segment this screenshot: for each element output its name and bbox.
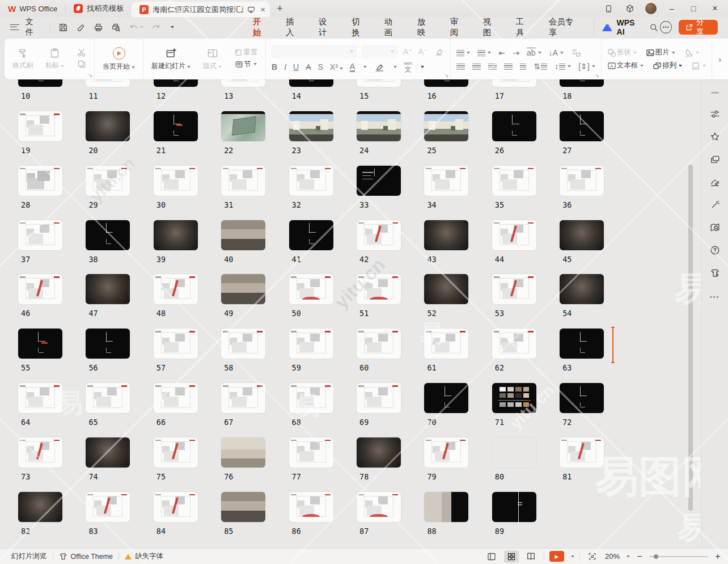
slide-thumbnail-17[interactable] bbox=[492, 79, 536, 87]
numbered-list-button[interactable] bbox=[477, 50, 491, 56]
slide-thumbnail-87[interactable] bbox=[357, 492, 401, 522]
char-border-button[interactable]: A bbox=[306, 62, 311, 71]
slide-thumbnail-68[interactable] bbox=[289, 383, 333, 413]
slide-thumbnail-16[interactable] bbox=[424, 79, 468, 87]
print-icon[interactable] bbox=[94, 23, 103, 32]
theme-indicator[interactable]: Office Theme bbox=[53, 552, 119, 561]
slide-thumbnail-69[interactable] bbox=[357, 383, 401, 413]
slide-thumbnail-11[interactable] bbox=[86, 79, 130, 87]
slide-thumbnail-77[interactable] bbox=[289, 437, 333, 468]
help-icon[interactable] bbox=[705, 239, 725, 262]
slide-thumbnail-37[interactable] bbox=[18, 220, 62, 250]
slide-thumbnail-18[interactable] bbox=[560, 79, 604, 87]
theme-skin-icon[interactable] bbox=[705, 262, 725, 284]
slide-thumbnail-73[interactable] bbox=[18, 437, 62, 468]
slide-thumbnail-12[interactable] bbox=[154, 79, 198, 87]
slide-thumbnail-53[interactable] bbox=[492, 274, 536, 304]
slide-thumbnail-15[interactable] bbox=[357, 79, 401, 87]
signature-icon[interactable] bbox=[705, 171, 725, 193]
slide-thumbnail-48[interactable] bbox=[154, 274, 198, 304]
slide-thumbnail-70[interactable] bbox=[424, 383, 468, 413]
file-menu-button[interactable]: 文件 bbox=[6, 17, 45, 37]
slide-thumbnail-63[interactable] bbox=[560, 329, 604, 359]
clipboard-dialog-launcher[interactable]: ↘ bbox=[88, 73, 92, 78]
assistant-icon[interactable]: ••• bbox=[660, 21, 672, 33]
slide-thumbnail-89[interactable] bbox=[492, 492, 536, 522]
slide-thumbnail-67[interactable] bbox=[221, 383, 265, 413]
sidebar-collapse-handle[interactable] bbox=[711, 92, 719, 94]
char-spacing-button[interactable]: ab bbox=[527, 48, 541, 57]
slide-thumbnail-81[interactable] bbox=[560, 437, 604, 468]
phonetic-guide-button[interactable]: wén文 bbox=[404, 61, 412, 73]
slide-thumbnail-79[interactable] bbox=[424, 437, 468, 468]
ribbon-expand-chevron[interactable]: › bbox=[712, 39, 727, 79]
print-preview-icon[interactable] bbox=[111, 23, 121, 32]
slide-thumbnail-26[interactable] bbox=[492, 111, 536, 141]
slide-thumbnail-72[interactable] bbox=[560, 383, 604, 413]
tab-wps-home[interactable]: W WPS Office bbox=[0, 0, 65, 17]
line-spacing-button[interactable]: ↕ bbox=[555, 62, 571, 71]
window-close-button[interactable]: × bbox=[705, 1, 725, 16]
tab-docer-templates[interactable]: 找稻壳模板 bbox=[66, 0, 132, 17]
slide-thumbnail-83[interactable] bbox=[86, 492, 130, 522]
menu-tab-审阅[interactable]: 审阅 bbox=[443, 13, 473, 41]
slide-thumbnail-60[interactable] bbox=[357, 329, 401, 359]
new-slide-button[interactable]: 新建幻灯片 bbox=[149, 48, 193, 71]
slide-thumbnail-78[interactable] bbox=[357, 437, 401, 468]
slide-thumbnail-49[interactable] bbox=[221, 274, 265, 304]
slide-thumbnail-41[interactable] bbox=[289, 220, 333, 250]
slide-thumbnail-34[interactable] bbox=[424, 166, 468, 196]
export-pdf-icon[interactable] bbox=[76, 23, 86, 32]
slide-thumbnail-46[interactable] bbox=[18, 274, 62, 304]
menu-tab-放映[interactable]: 放映 bbox=[410, 13, 441, 41]
zoom-slider[interactable] bbox=[649, 556, 708, 557]
font-dialog-launcher[interactable]: ↘ bbox=[445, 73, 449, 78]
paragraph-dialog-launcher[interactable]: ↘ bbox=[595, 73, 599, 78]
slide-thumbnail-56[interactable] bbox=[86, 329, 130, 359]
distribute-button[interactable] bbox=[520, 64, 526, 70]
menu-tab-会员专享[interactable]: 会员专享 bbox=[541, 13, 588, 41]
share-button[interactable]: 分享 bbox=[679, 20, 718, 35]
menu-tab-动画[interactable]: 动画 bbox=[377, 13, 408, 41]
strikethrough-button[interactable]: S bbox=[318, 62, 323, 71]
slide-thumbnail-42[interactable] bbox=[357, 220, 401, 250]
slide-thumbnail-21[interactable] bbox=[154, 111, 198, 141]
align-right-button[interactable] bbox=[488, 64, 497, 70]
bullet-list-button[interactable] bbox=[456, 50, 470, 56]
map-search-icon[interactable] bbox=[705, 216, 725, 239]
user-avatar[interactable] bbox=[645, 3, 657, 14]
more-tools-icon[interactable]: ••• bbox=[705, 285, 725, 308]
highlight-color-button[interactable] bbox=[374, 61, 385, 73]
slide-thumbnail-45[interactable] bbox=[560, 220, 604, 250]
font-color-button[interactable]: A bbox=[350, 62, 355, 72]
slide-thumbnail-76[interactable] bbox=[221, 437, 265, 468]
mobile-device-icon[interactable] bbox=[599, 1, 618, 16]
slide-thumbnail-29[interactable] bbox=[86, 166, 130, 196]
app-center-icon[interactable] bbox=[620, 1, 640, 16]
picture-button[interactable]: 图片 bbox=[646, 48, 675, 57]
magic-wand-icon[interactable] bbox=[705, 193, 725, 216]
quick-access-more-icon[interactable] bbox=[171, 26, 174, 28]
slide-thumbnail-80[interactable] bbox=[492, 437, 536, 468]
slide-thumbnail-82[interactable] bbox=[18, 492, 62, 522]
slide-thumbnail-10[interactable] bbox=[18, 79, 62, 87]
window-minimize-button[interactable]: – bbox=[662, 1, 682, 16]
slide-thumbnail-30[interactable] bbox=[154, 166, 198, 196]
text-direction-button[interactable]: ↓A bbox=[549, 48, 564, 57]
slide-thumbnail-32[interactable] bbox=[289, 166, 333, 196]
slide-thumbnail-84[interactable] bbox=[154, 492, 198, 522]
slide-thumbnail-71[interactable] bbox=[492, 383, 536, 413]
slide-thumbnail-25[interactable] bbox=[424, 111, 468, 141]
slide-thumbnail-43[interactable] bbox=[424, 220, 468, 250]
slide-thumbnail-75[interactable] bbox=[154, 437, 198, 468]
slide-thumbnail-23[interactable] bbox=[289, 111, 333, 141]
slide-thumbnail-61[interactable] bbox=[424, 329, 468, 359]
menu-tab-切换[interactable]: 切换 bbox=[344, 13, 375, 41]
slide-thumbnail-22[interactable] bbox=[221, 111, 265, 141]
align-left-button[interactable] bbox=[456, 64, 465, 70]
slide-thumbnail-24[interactable] bbox=[357, 111, 401, 141]
slide-thumbnail-64[interactable] bbox=[18, 383, 62, 413]
save-icon[interactable] bbox=[58, 23, 68, 32]
slide-thumbnail-20[interactable] bbox=[86, 111, 130, 141]
menu-tab-视图[interactable]: 视图 bbox=[476, 13, 506, 41]
